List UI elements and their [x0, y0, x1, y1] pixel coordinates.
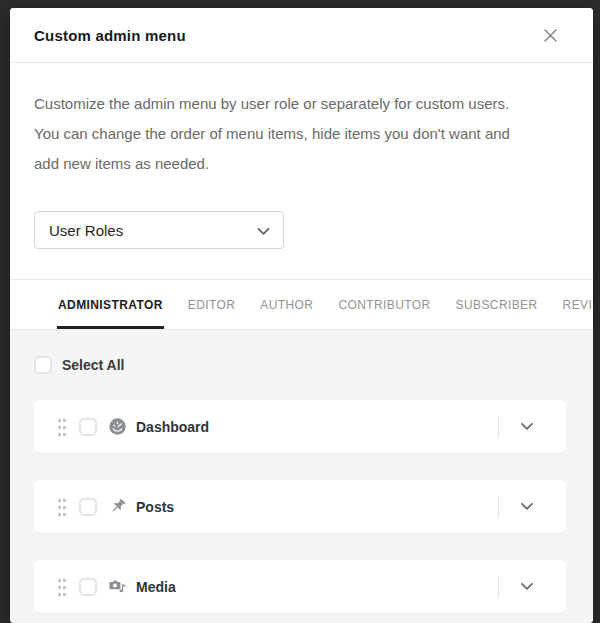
menu-items-list: Dashboard Posts	[34, 400, 566, 613]
tab-contributor[interactable]: CONTRIBUTOR	[337, 280, 431, 329]
mode-select-value: User Roles	[49, 222, 123, 239]
role-tabs: ADMINISTRATOR EDITOR AUTHOR CONTRIBUTOR …	[10, 279, 593, 330]
chevron-down-icon	[257, 222, 270, 239]
menu-items-panel: Select All Dashboard	[10, 330, 593, 623]
dashboard-icon	[108, 417, 127, 436]
menu-item-checkbox[interactable]	[79, 498, 97, 516]
drag-handle-icon[interactable]	[57, 417, 67, 437]
media-icon	[108, 577, 127, 596]
menu-item-dashboard: Dashboard	[34, 400, 566, 453]
divider	[498, 416, 499, 438]
tab-author[interactable]: AUTHOR	[259, 280, 314, 329]
select-all-label: Select All	[62, 357, 125, 373]
tab-administrator[interactable]: ADMINISTRATOR	[57, 280, 164, 329]
menu-item-media: Media	[34, 560, 566, 613]
menu-item-posts: Posts	[34, 480, 566, 533]
expand-button[interactable]	[518, 497, 536, 516]
dialog-title: Custom admin menu	[34, 27, 186, 44]
expand-button[interactable]	[518, 577, 536, 596]
drag-handle-icon[interactable]	[57, 497, 67, 517]
menu-item-checkbox[interactable]	[79, 578, 97, 596]
pushpin-icon	[108, 497, 127, 516]
dialog-header: Custom admin menu	[10, 8, 593, 63]
dialog-intro: Customize the admin menu by user role or…	[10, 63, 593, 279]
select-all-row: Select All	[34, 356, 566, 374]
menu-item-label: Posts	[136, 499, 174, 515]
close-icon	[542, 27, 559, 44]
select-all-checkbox[interactable]	[34, 356, 52, 374]
divider	[498, 496, 499, 518]
tab-subscriber[interactable]: SUBSCRIBER	[455, 280, 539, 329]
tab-revisor[interactable]: REVISOR	[562, 280, 593, 329]
menu-item-checkbox[interactable]	[79, 418, 97, 436]
chevron-down-icon	[520, 579, 534, 594]
menu-item-label: Media	[136, 579, 176, 595]
custom-admin-menu-dialog: Custom admin menu Customize the admin me…	[10, 8, 593, 623]
expand-button[interactable]	[518, 417, 536, 436]
drag-handle-icon[interactable]	[57, 577, 67, 597]
tab-editor[interactable]: EDITOR	[187, 280, 237, 329]
menu-item-label: Dashboard	[136, 419, 209, 435]
dialog-description: Customize the admin menu by user role or…	[34, 89, 534, 179]
mode-select[interactable]: User Roles	[34, 211, 284, 249]
divider	[498, 576, 499, 598]
close-button[interactable]	[538, 23, 563, 48]
chevron-down-icon	[520, 499, 534, 514]
chevron-down-icon	[520, 419, 534, 434]
